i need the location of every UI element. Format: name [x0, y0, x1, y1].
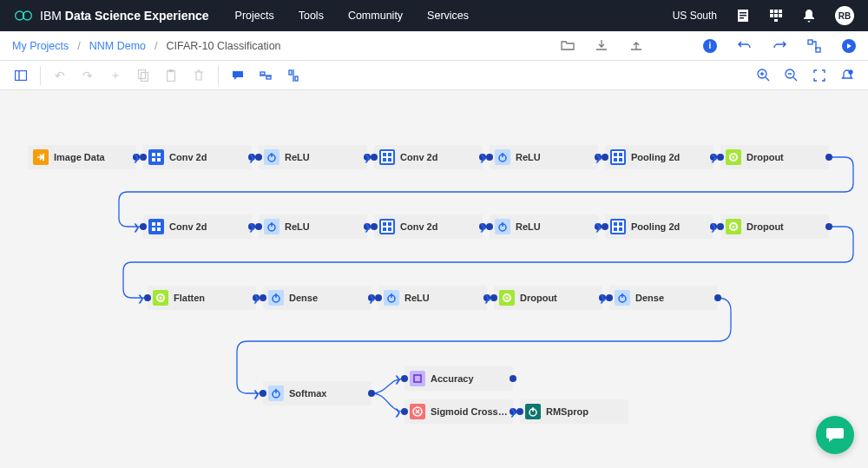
node-n15[interactable]: ❯Dense: [263, 286, 372, 310]
align-h-button[interactable]: [252, 63, 279, 89]
port-in[interactable]: [371, 223, 378, 230]
svg-rect-42: [388, 158, 391, 161]
node-n2[interactable]: ❯Conv 2d: [143, 145, 252, 169]
node-n13[interactable]: ❯Dropout: [720, 214, 829, 239]
svg-rect-9: [770, 14, 773, 17]
node-n14[interactable]: ❯Flatten: [148, 286, 256, 310]
node-n11[interactable]: ❯ReLU: [490, 214, 598, 239]
port-in[interactable]: [602, 223, 608, 230]
port-in[interactable]: [401, 375, 408, 382]
node-n4[interactable]: ❯Conv 2d: [374, 145, 483, 169]
port-in[interactable]: [144, 294, 151, 301]
panel-toggle-button[interactable]: [7, 63, 35, 89]
upload-icon[interactable]: [630, 39, 644, 53]
port-in[interactable]: [486, 154, 493, 161]
top-bar: IBM Data Science Experience ProjectsTool…: [0, 0, 868, 31]
crumb-current: CIFAR-10 Classification: [167, 40, 281, 52]
node-n9[interactable]: ❯ReLU: [259, 214, 367, 239]
port-in[interactable]: [260, 294, 266, 301]
chevron-in-icon: ❯: [137, 293, 144, 303]
chevron-in-icon: ❯: [483, 293, 490, 303]
run-icon[interactable]: [842, 39, 856, 53]
node-n6[interactable]: ❯Pooling 2d: [605, 145, 713, 169]
nav-projects[interactable]: Projects: [235, 10, 274, 22]
add-button[interactable]: ＋: [102, 63, 129, 89]
node-type-icon: [499, 290, 515, 306]
port-in[interactable]: [602, 154, 608, 161]
crumb-root[interactable]: My Projects: [12, 40, 69, 52]
comment-button[interactable]: [224, 63, 252, 89]
grid-icon[interactable]: [769, 9, 783, 23]
user-avatar[interactable]: RB: [835, 6, 854, 25]
node-n19[interactable]: ❯Softmax: [263, 381, 372, 405]
node-n16[interactable]: ❯ReLU: [378, 286, 487, 310]
flow-canvas[interactable]: Image Data❯Conv 2d❯ReLU❯Conv 2d❯ReLU❯Poo…: [0, 90, 868, 468]
node-label: Pooling 2d: [631, 221, 713, 232]
folder-icon[interactable]: [561, 39, 575, 53]
port-in[interactable]: [516, 408, 523, 415]
node-n3[interactable]: ❯ReLU: [259, 145, 367, 169]
download-icon[interactable]: [595, 39, 609, 53]
region-selector[interactable]: US South: [673, 10, 717, 22]
node-n22[interactable]: ❯RMSprop: [520, 399, 628, 424]
chevron-in-icon: ❯: [133, 222, 140, 232]
notifications-button[interactable]: [833, 63, 861, 89]
crumb-project[interactable]: NNM Demo: [89, 40, 146, 52]
node-n5[interactable]: ❯ReLU: [490, 145, 598, 169]
chat-fab[interactable]: [816, 416, 854, 454]
port-in[interactable]: [260, 390, 266, 397]
node-type-icon: [268, 290, 284, 306]
port-in[interactable]: [140, 154, 147, 161]
zoom-in-button[interactable]: [750, 63, 778, 89]
port-out[interactable]: [825, 223, 832, 230]
svg-rect-59: [383, 227, 386, 231]
paste-button[interactable]: [157, 63, 185, 89]
node-n8[interactable]: ❯Conv 2d: [143, 214, 252, 239]
port-out[interactable]: [714, 294, 721, 301]
fit-button[interactable]: [806, 63, 833, 89]
svg-rect-58: [388, 222, 391, 226]
info-icon[interactable]: i: [703, 39, 717, 53]
flow-icon[interactable]: [807, 39, 821, 53]
svg-rect-41: [383, 158, 386, 161]
port-in[interactable]: [375, 294, 382, 301]
chevron-in-icon: ❯: [510, 407, 516, 417]
port-out[interactable]: [368, 390, 375, 397]
node-n18[interactable]: ❯Dense: [609, 286, 718, 310]
node-n20[interactable]: ❯Accuracy: [404, 366, 513, 391]
port-in[interactable]: [486, 223, 493, 230]
port-out[interactable]: [510, 375, 516, 382]
node-n10[interactable]: ❯Conv 2d: [374, 214, 483, 239]
document-icon[interactable]: [736, 9, 750, 23]
node-n17[interactable]: ❯Dropout: [494, 286, 602, 310]
undo-icon[interactable]: [738, 39, 752, 53]
brand[interactable]: IBM Data Science Experience: [14, 9, 209, 23]
svg-rect-18: [139, 69, 146, 78]
port-in[interactable]: [717, 223, 724, 230]
port-out[interactable]: [825, 154, 832, 161]
node-n7[interactable]: ❯Dropout: [720, 145, 829, 169]
node-n21[interactable]: ❯Sigmoid Cross-E...: [404, 399, 513, 424]
bell-icon[interactable]: [802, 9, 816, 23]
node-n12[interactable]: ❯Pooling 2d: [605, 214, 713, 239]
redo-icon[interactable]: [773, 39, 786, 53]
port-in[interactable]: [401, 408, 408, 415]
port-in[interactable]: [255, 223, 262, 230]
nav-community[interactable]: Community: [348, 10, 403, 22]
align-v-button[interactable]: [279, 63, 307, 89]
port-in[interactable]: [371, 154, 378, 161]
port-in[interactable]: [255, 154, 262, 161]
nav-tools[interactable]: Tools: [299, 10, 324, 22]
port-in[interactable]: [717, 154, 724, 161]
undo-button[interactable]: ↶: [46, 63, 74, 89]
port-in[interactable]: [140, 223, 147, 230]
node-type-icon: [148, 149, 164, 165]
copy-button[interactable]: [129, 63, 157, 89]
port-in[interactable]: [606, 294, 613, 301]
redo-button[interactable]: ↷: [74, 63, 102, 89]
port-in[interactable]: [490, 294, 497, 301]
node-n1[interactable]: Image Data: [28, 145, 136, 169]
nav-services[interactable]: Services: [427, 10, 469, 22]
zoom-out-button[interactable]: [778, 63, 806, 89]
delete-button[interactable]: [185, 63, 213, 89]
